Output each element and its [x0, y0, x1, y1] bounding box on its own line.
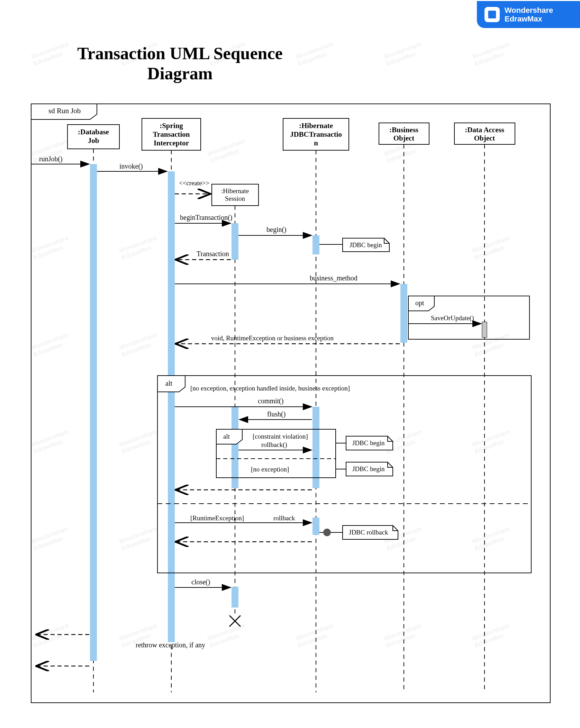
msg-rollback2-label: rollback	[273, 514, 295, 522]
frame-label: sd Run Job	[48, 107, 81, 115]
fragment-alt	[157, 376, 531, 573]
svg-text:Interceptor: Interceptor	[154, 139, 189, 147]
msg-invoke-label: invoke()	[119, 162, 143, 170]
lifeline-database-job-label2: Job	[88, 136, 99, 145]
activation-jdbc-3	[312, 518, 319, 535]
fragment-inner-guard2: [no exception]	[251, 466, 289, 473]
msg-transaction-return-label: Transaction	[197, 250, 229, 258]
activation-jdbc-2	[312, 407, 319, 488]
fragment-alt-guard1: [no exception, exception handled inside,…	[190, 385, 350, 392]
note-jdbc-begin-2-label: JDBC begin	[352, 439, 385, 447]
msg-business-method-label: business_method	[310, 274, 357, 282]
activation-dao	[482, 322, 487, 338]
svg-text:Transaction: Transaction	[153, 130, 190, 138]
msg-close-label: close()	[191, 578, 210, 586]
fragment-inner-alt-label: alt	[223, 433, 230, 440]
note-jdbc-rollback-label: JDBC rollback	[349, 529, 388, 536]
msg-runjob-label: runJob()	[39, 155, 63, 163]
msg-commit-label: commit()	[258, 397, 283, 405]
svg-text:n: n	[314, 139, 318, 147]
note-jdbc-begin-1-label: JDBC begin	[350, 241, 382, 249]
svg-text::Data Access: :Data Access	[465, 126, 504, 134]
msg-begin-label: begin()	[266, 226, 287, 234]
activation-business	[400, 284, 407, 343]
svg-text::Spring: :Spring	[160, 122, 183, 130]
activation-spring-ti	[168, 171, 175, 642]
svg-text::Business: :Business	[389, 126, 418, 134]
msg-rethrow-label: rethrow exception, if any	[136, 641, 205, 649]
activation-database-job	[90, 164, 97, 661]
fragment-inner-guard1: [constraint violation]	[253, 433, 308, 440]
outer-frame	[31, 104, 550, 703]
fragment-opt-label: opt	[415, 299, 424, 307]
svg-text::Hibernate: :Hibernate	[299, 122, 333, 130]
svg-text:JDBCTransactio: JDBCTransactio	[290, 130, 342, 138]
lifeline-database-job-label1: :Database	[78, 128, 109, 136]
msg-saveorupdate-label: SaveOrUpdate()	[431, 314, 474, 322]
activation-session-3	[232, 587, 238, 608]
fragment-alt-guard2: [RuntimeException]	[190, 514, 244, 522]
svg-text:Session: Session	[225, 195, 245, 202]
sequence-diagram: sd Run Job :Database Job :Spring Transac…	[0, 0, 580, 728]
fragment-alt-label: alt	[165, 379, 172, 387]
svg-text:Object: Object	[393, 134, 415, 142]
svg-text::Hibernate: :Hibernate	[221, 187, 249, 195]
msg-void-return-label: void, RuntimeException or business excep…	[211, 334, 334, 342]
activation-session-1	[232, 223, 238, 260]
activation-session-2	[232, 407, 238, 488]
note-jdbc-begin-3-label: JDBC begin	[352, 465, 385, 473]
msg-create-label: <<create>>	[179, 179, 209, 187]
msg-flush-label: flush()	[267, 410, 286, 418]
activation-jdbc-1	[312, 235, 319, 254]
msg-begintx-label: beginTransaction()	[180, 214, 232, 222]
lost-message-endpoint	[323, 529, 331, 536]
msg-rollback-label: rollback()	[261, 441, 287, 449]
svg-text:Object: Object	[474, 134, 495, 142]
